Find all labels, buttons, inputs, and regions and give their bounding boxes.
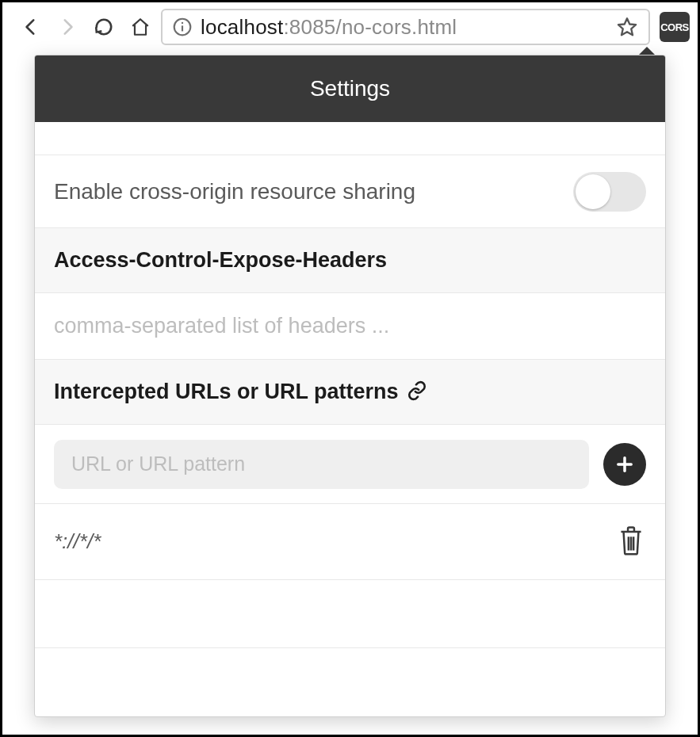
delete-pattern-button[interactable] xyxy=(616,523,646,561)
url-host: localhost xyxy=(201,17,283,37)
browser-toolbar: localhost:8085/no-cors.html CORS xyxy=(2,2,698,52)
expose-headers-input[interactable] xyxy=(54,314,646,338)
spacer xyxy=(35,122,665,155)
toggle-knob-icon xyxy=(576,174,610,209)
bookmark-star-icon[interactable] xyxy=(614,11,641,43)
url-text: localhost:8085/no-cors.html xyxy=(201,17,614,37)
expose-headers-title: Access-Control-Expose-Headers xyxy=(54,248,387,273)
expose-headers-section: Access-Control-Expose-Headers xyxy=(35,228,665,293)
popup-title: Settings xyxy=(35,55,665,122)
url-path: :8085/no-cors.html xyxy=(283,17,457,37)
pattern-row: *://*/* xyxy=(35,504,665,580)
add-pattern-row xyxy=(35,425,665,504)
url-pattern-input-wrap xyxy=(54,440,589,489)
address-bar[interactable]: localhost:8085/no-cors.html xyxy=(161,9,650,45)
enable-cors-label: Enable cross-origin resource sharing xyxy=(54,179,573,204)
site-info-icon[interactable] xyxy=(172,17,193,37)
intercepted-title: Intercepted URLs or URL patterns xyxy=(54,380,399,404)
intercepted-section: Intercepted URLs or URL patterns xyxy=(35,360,665,425)
extension-popup: Settings Enable cross-origin resource sh… xyxy=(34,55,666,717)
link-icon[interactable] xyxy=(407,380,427,404)
home-button[interactable] xyxy=(124,11,156,43)
enable-cors-row: Enable cross-origin resource sharing xyxy=(35,155,665,228)
svg-point-2 xyxy=(182,22,183,24)
svg-marker-3 xyxy=(618,18,636,35)
back-button[interactable] xyxy=(15,11,47,43)
add-pattern-button[interactable] xyxy=(603,443,646,486)
enable-cors-toggle[interactable] xyxy=(573,172,646,212)
expose-headers-input-row xyxy=(35,293,665,360)
forward-button[interactable] xyxy=(52,11,83,43)
pattern-text: *://*/* xyxy=(54,529,605,554)
extension-badge-label: CORS xyxy=(660,21,689,33)
url-pattern-input[interactable] xyxy=(71,453,572,475)
cors-extension-button[interactable]: CORS xyxy=(660,12,690,42)
reload-button[interactable] xyxy=(88,11,120,43)
spacer xyxy=(35,580,665,648)
